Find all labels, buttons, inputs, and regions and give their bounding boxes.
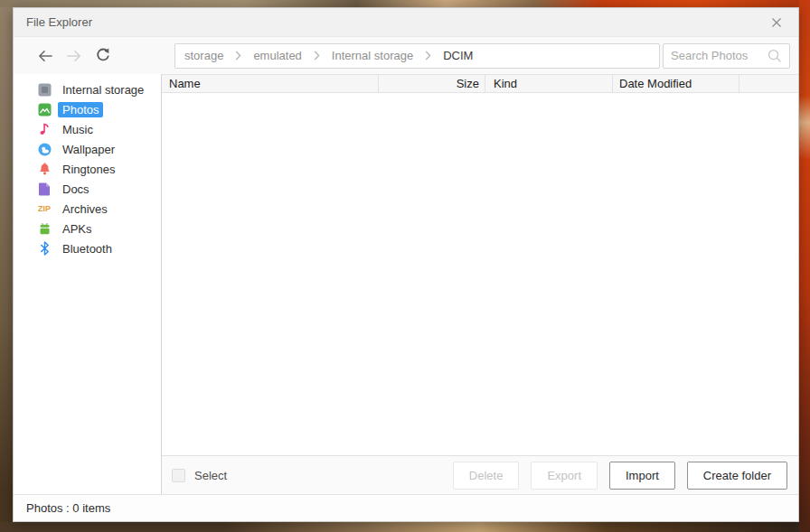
android-icon: [37, 221, 52, 236]
column-header-size[interactable]: Size: [379, 75, 485, 92]
toolbar: storage emulated Internal storage DCIM: [14, 37, 798, 74]
content-area: Internal storage Photos Music Wallpaper: [14, 74, 798, 494]
column-header-date-modified[interactable]: Date Modified: [613, 75, 739, 92]
refresh-icon: [95, 47, 111, 64]
status-text: Photos : 0 items: [26, 501, 110, 515]
sidebar: Internal storage Photos Music Wallpaper: [14, 74, 162, 494]
sidebar-item-bluetooth[interactable]: Bluetooth: [14, 238, 161, 258]
desktop-wallpaper: [0, 0, 810, 7]
delete-button[interactable]: Delete: [453, 462, 520, 490]
column-header-spacer: [739, 75, 798, 92]
desktop-wallpaper: [0, 522, 799, 532]
arrow-left-icon: [37, 49, 53, 63]
chevron-right-icon: [235, 51, 241, 61]
sidebar-item-label: Bluetooth: [58, 241, 117, 257]
desktop-wallpaper: [799, 0, 810, 532]
sidebar-item-label: Music: [58, 122, 98, 137]
title-bar: File Explorer: [14, 8, 798, 37]
sidebar-item-label: Docs: [58, 182, 94, 197]
arrow-right-icon: [66, 49, 82, 63]
sidebar-item-apks[interactable]: APKs: [14, 219, 161, 238]
breadcrumb-item-dcim[interactable]: DCIM: [443, 49, 473, 62]
internal-storage-icon: [37, 82, 52, 97]
sidebar-item-docs[interactable]: Docs: [14, 179, 161, 199]
close-icon: [770, 16, 783, 29]
export-button[interactable]: Export: [531, 462, 598, 490]
wallpaper-icon: [37, 142, 52, 156]
create-folder-button[interactable]: Create folder: [687, 462, 787, 490]
status-bar: Photos : 0 items: [14, 494, 798, 521]
sidebar-item-music[interactable]: Music: [14, 119, 161, 139]
select-checkbox[interactable]: [172, 469, 185, 482]
forward-button[interactable]: [66, 48, 82, 64]
sidebar-item-photos[interactable]: Photos: [14, 99, 161, 119]
window-title: File Explorer: [26, 15, 768, 29]
breadcrumb: storage emulated Internal storage DCIM: [174, 43, 660, 69]
refresh-button[interactable]: [95, 48, 111, 64]
table-header: Name Size Kind Date Modified: [162, 74, 798, 93]
file-explorer-window: File Explorer storage em: [13, 7, 799, 522]
breadcrumb-item-internal-storage[interactable]: Internal storage: [332, 49, 413, 62]
sidebar-item-label: Wallpaper: [58, 142, 119, 157]
sidebar-item-label: APKs: [58, 221, 97, 237]
search-box: [663, 43, 790, 69]
sidebar-item-label: Archives: [58, 201, 112, 217]
file-list-empty-area: [162, 93, 798, 455]
column-header-name[interactable]: Name: [162, 75, 379, 92]
sidebar-item-label: Photos: [58, 102, 103, 117]
sidebar-item-label: Internal storage: [58, 82, 148, 98]
zip-icon: ZIP: [37, 201, 52, 216]
desktop-wallpaper: [0, 0, 13, 532]
file-list-panel: Name Size Kind Date Modified Select Dele…: [162, 74, 798, 494]
close-button[interactable]: [768, 14, 786, 32]
search-icon: [767, 48, 782, 63]
bluetooth-icon: [37, 241, 52, 256]
select-label: Select: [194, 469, 441, 482]
chevron-right-icon: [425, 51, 431, 61]
column-header-kind[interactable]: Kind: [485, 75, 613, 92]
sidebar-item-internal-storage[interactable]: Internal storage: [14, 79, 161, 99]
sidebar-item-label: Ringtones: [58, 162, 120, 177]
bell-icon: [37, 162, 52, 176]
music-note-icon: [37, 122, 52, 136]
search-input[interactable]: [671, 49, 767, 62]
sidebar-item-ringtones[interactable]: Ringtones: [14, 159, 161, 179]
photos-icon: [37, 102, 52, 117]
chevron-right-icon: [314, 51, 320, 61]
breadcrumb-item-storage[interactable]: storage: [184, 49, 223, 62]
sidebar-item-wallpaper[interactable]: Wallpaper: [14, 139, 161, 159]
import-button[interactable]: Import: [609, 462, 675, 490]
document-icon: [37, 182, 52, 196]
action-bar: Select Delete Export Import Create folde…: [162, 455, 798, 494]
breadcrumb-item-emulated[interactable]: emulated: [253, 49, 301, 62]
back-button[interactable]: [37, 48, 53, 64]
sidebar-item-archives[interactable]: ZIP Archives: [14, 199, 161, 219]
